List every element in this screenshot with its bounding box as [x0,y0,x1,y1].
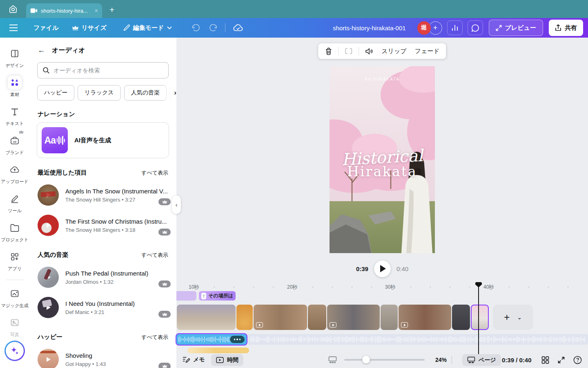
undo-button[interactable] [192,24,200,31]
tab-close-icon[interactable]: × [95,7,98,14]
timeline-ruler[interactable]: 10秒 20秒 30秒 40秒 [176,282,588,289]
fullscreen-button[interactable] [558,354,565,366]
comments-button[interactable] [468,20,483,35]
video-clip[interactable] [177,305,236,330]
sidebar-item-tools[interactable]: ツール [2,192,28,214]
avatar[interactable]: 堀 [417,21,431,35]
track-thumbnail [38,267,59,288]
search-icon [42,67,50,74]
share-button[interactable]: 共有 [549,20,583,36]
sidebar-item-photos[interactable]: 写真 [2,316,28,338]
more-options-icon[interactable] [230,336,245,343]
sidebar-item-magic-generate[interactable]: マジック生成 [2,287,28,309]
audio-track-row[interactable]: Push The Pedal (Instrumental) Jordan Olm… [29,262,176,292]
svg-text:co: co [13,140,16,143]
sidebar-item-uploads[interactable]: アップロード [2,163,28,185]
playhead[interactable] [475,282,482,354]
delete-button[interactable] [321,45,335,57]
text-clip-icon: T [201,293,206,299]
audio-track-row[interactable]: The First Snow of Christmas (Instru... T… [29,210,176,240]
pencil-icon [123,24,130,31]
panel-collapse-button[interactable]: ‹ [172,195,181,214]
video-clip[interactable] [254,305,307,330]
sidebar-item-elements[interactable]: 素材 [2,76,28,98]
save-status-button[interactable] [233,24,243,32]
video-canvas[interactable]: Re:HIRAKATA Historical Hirakata [330,66,435,253]
volume-button[interactable] [362,45,376,57]
preview-button[interactable]: プレビュー [489,20,543,36]
audio-track-row[interactable]: Angels In The Snow (Instrumental V... Th… [29,180,176,210]
audio-track-row[interactable]: Shoveling Got Happy • 1:43 [29,344,176,368]
sidebar-item-projects[interactable]: プロジェクト [2,221,28,243]
track-title: I Need You (Instrumental) [65,300,168,307]
file-label: ファイル [33,24,58,32]
file-menu[interactable]: ファイル [33,24,58,32]
track-title: Shoveling [65,352,168,359]
video-clip[interactable] [452,305,470,330]
play-overlay-icon[interactable] [38,297,59,318]
ruler-label: 40秒 [483,284,494,291]
crown-icon [19,130,24,134]
pages-button[interactable]: ページ [462,354,501,366]
split-button[interactable] [341,45,356,57]
canva-ai-button[interactable] [4,341,25,361]
sidebar-item-brand[interactable]: co ブランド [2,134,28,156]
cloud-check-icon [233,24,243,32]
sidebar-item-text[interactable]: テキスト [2,105,28,127]
edit-mode-menu[interactable]: 編集モード [123,24,172,32]
document-title[interactable]: shorts-history-hirakata-001 [333,25,405,31]
duration-button[interactable]: 時間 [211,354,243,366]
music-clip[interactable] [187,348,249,353]
redo-icon [209,24,218,31]
zoom-slider-thumb[interactable] [362,356,370,364]
play-overlay-icon[interactable] [38,184,59,206]
grid-view-button[interactable] [541,354,549,366]
play-overlay-icon[interactable] [38,349,59,368]
add-page-button[interactable]: + [504,312,510,323]
video-clip[interactable] [327,305,380,330]
search-input[interactable] [53,67,163,74]
panel-title: オーディオ [52,46,85,55]
see-all-recent[interactable]: すべて表示 [141,169,168,177]
audio-track-row[interactable]: I Need You (Instrumental) Def Manic • 3:… [29,292,176,323]
video-clip[interactable] [399,305,451,330]
help-button[interactable] [573,354,582,366]
slip-button[interactable]: スリップ [378,45,410,57]
video-clip[interactable] [381,305,398,330]
search-box[interactable] [37,62,169,79]
insights-button[interactable] [447,20,463,35]
expand-icon [496,25,502,31]
resize-menu[interactable]: リサイズ [72,24,106,32]
browser-tab[interactable]: shorts-history-hira... × [26,3,102,18]
new-tab-button[interactable]: + [109,5,114,15]
redo-button[interactable] [209,24,218,31]
audio-clip-selected[interactable] [176,333,247,346]
ruler-label: 10秒 [189,284,199,291]
sidebar-item-apps[interactable]: アプリ [2,250,28,272]
play-overlay-icon[interactable] [38,267,59,288]
text-clip-partial[interactable] [176,291,196,301]
thumbnail-view-button[interactable] [328,354,337,366]
track-meta: Jordan Olmos • 1:32 [65,279,168,285]
notes-button[interactable]: メモ [182,354,205,366]
see-all-popular[interactable]: すべて表示 [141,251,168,259]
add-page-dropdown[interactable]: ⌄ [517,314,522,321]
chip-happy[interactable]: ハッピー [37,85,74,101]
home-button[interactable] [5,2,21,16]
zoom-slider[interactable] [344,359,425,361]
fade-button[interactable]: フェード [412,45,443,57]
play-overlay-icon[interactable] [38,215,59,236]
video-clip[interactable] [236,305,253,330]
back-button[interactable]: ← [38,46,45,55]
chip-popular[interactable]: 人気の音楽 [124,85,167,101]
sidebar-item-design[interactable]: デザイン [2,47,28,69]
ai-voice-card[interactable]: Aa AI音声を生成 [37,122,169,158]
chip-relax[interactable]: リラックス [78,85,121,101]
see-all-happy[interactable]: すべて表示 [141,334,168,341]
clip-context-toolbar: スリップ フェード [318,43,446,59]
text-clip[interactable]: T その場所は [199,291,236,301]
menu-button[interactable] [9,24,18,31]
play-button[interactable] [374,260,391,277]
audio-clip[interactable] [248,334,588,345]
video-clip[interactable] [308,305,326,330]
